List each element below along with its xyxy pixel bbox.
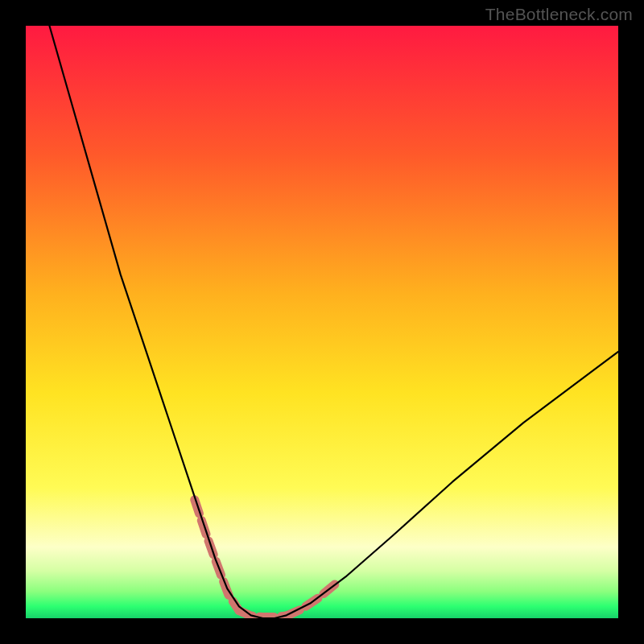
- watermark-text: TheBottleneck.com: [485, 5, 633, 24]
- bottleneck-chart: [26, 26, 618, 618]
- chart-frame: TheBottleneck.com: [0, 0, 644, 644]
- gradient-background: [26, 26, 618, 618]
- plot-area: [26, 26, 618, 618]
